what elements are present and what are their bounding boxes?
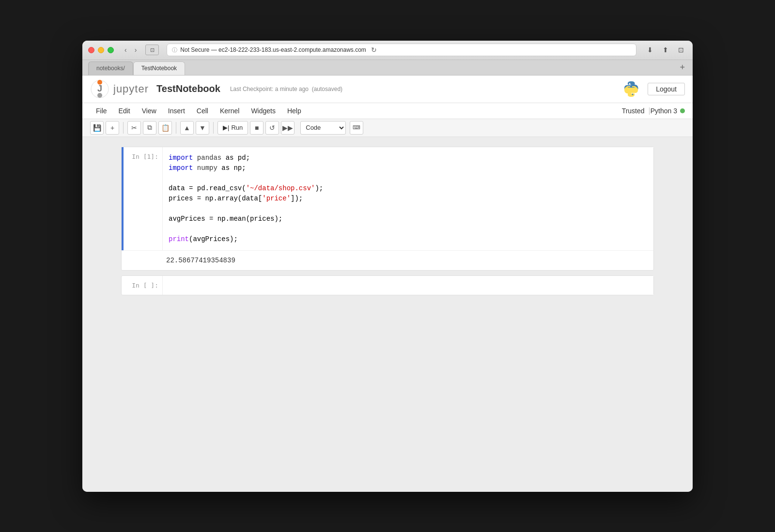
code-cell-1[interactable]: In [1]: import pandas as pd; import nump… <box>121 147 654 271</box>
title-bar: ‹ › ⊡ ⓘ Not Secure — ec2-18-222-233-183.… <box>82 41 693 60</box>
menu-view[interactable]: View <box>136 105 162 117</box>
cell-1-label: In [1]: <box>124 147 162 250</box>
run-label: Run <box>231 124 243 131</box>
separator-2 <box>176 122 176 134</box>
url-text: Not Secure — ec2-18-222-233-183.us-east-… <box>180 46 366 53</box>
restart-button[interactable]: ↺ <box>265 121 279 135</box>
jupyter-header-right: Logout <box>622 80 685 98</box>
trusted-badge[interactable]: Trusted <box>618 105 649 117</box>
paste-button[interactable]: 📋 <box>158 121 172 135</box>
maximize-button[interactable] <box>108 47 114 53</box>
toolbar: 💾 + ✂ ⧉ 📋 ▲ ▼ ▶| Run ■ ↺ ▶▶ Code Markdow… <box>82 119 693 137</box>
notebook-content: In [1]: import pandas as pd; import nump… <box>82 137 693 310</box>
security-icon: ⓘ <box>172 46 177 54</box>
menu-help[interactable]: Help <box>281 105 307 117</box>
kernel-status-dot <box>680 108 685 113</box>
cell-1-output-text: 22.58677419354839 <box>160 257 235 264</box>
refresh-button[interactable]: ↻ <box>371 46 377 54</box>
tab-overview-button[interactable]: ⊡ <box>145 45 159 55</box>
keyboard-button[interactable]: ⌨ <box>350 121 363 135</box>
notebook-title[interactable]: TestNotebook <box>156 83 220 94</box>
run-icon: ▶| <box>223 124 229 131</box>
cut-button[interactable]: ✂ <box>127 121 141 135</box>
separator-1 <box>123 122 124 134</box>
kernel-label: Python 3 <box>651 107 677 115</box>
url-bar[interactable]: ⓘ Not Secure — ec2-18-222-233-183.us-eas… <box>167 44 636 56</box>
separator-3 <box>213 122 214 134</box>
back-button[interactable]: ‹ <box>122 45 130 55</box>
cell-type-select[interactable]: Code Markdown Raw <box>300 121 346 135</box>
menu-insert[interactable]: Insert <box>162 105 191 117</box>
tab-bar: notebooks/ TestNotebook + <box>82 60 693 76</box>
mac-window: ‹ › ⊡ ⓘ Not Secure — ec2-18-222-233-183.… <box>82 41 693 492</box>
add-cell-button[interactable]: + <box>106 121 119 135</box>
tab-testnotebook-label: TestNotebook <box>141 65 177 72</box>
move-up-button[interactable]: ▲ <box>180 121 194 135</box>
jupyter-logo: J jupyter TestNotebook Last Checkpoint: … <box>90 79 342 99</box>
cell-1-output: 22.58677419354839 <box>122 250 653 270</box>
interrupt-button[interactable]: ■ <box>250 121 264 135</box>
menu-widgets[interactable]: Widgets <box>245 105 281 117</box>
download-icon[interactable]: ⬇ <box>644 44 656 56</box>
forward-button[interactable]: › <box>132 45 140 55</box>
python-logo-icon <box>622 80 640 98</box>
traffic-lights <box>88 47 114 53</box>
move-down-button[interactable]: ▼ <box>196 121 209 135</box>
menu-cell[interactable]: Cell <box>191 105 214 117</box>
empty-cell-inner: In [ ]: <box>122 276 653 295</box>
code-cell-2[interactable]: In [ ]: <box>121 275 654 295</box>
restart-run-button[interactable]: ▶▶ <box>281 121 294 135</box>
jupyter-header: J jupyter TestNotebook Last Checkpoint: … <box>82 76 693 103</box>
checkpoint-info: Last Checkpoint: a minute ago (autosaved… <box>230 86 342 92</box>
title-bar-right: ⬇ ⬆ ⊡ <box>644 44 687 56</box>
code-cell-inner: In [1]: import pandas as pd; import nump… <box>122 147 653 250</box>
menu-file[interactable]: File <box>90 105 113 117</box>
minimize-button[interactable] <box>98 47 104 53</box>
run-button[interactable]: ▶| Run <box>217 121 248 135</box>
svg-point-4 <box>629 83 631 84</box>
new-tab-button[interactable]: + <box>676 62 689 73</box>
save-button[interactable]: 💾 <box>90 121 104 135</box>
cell-2-input[interactable] <box>162 276 653 295</box>
menu-bar: File Edit View Insert Cell Kernel Widget… <box>82 103 693 119</box>
sidebar-icon[interactable]: ⊡ <box>675 44 687 56</box>
menu-kernel[interactable]: Kernel <box>214 105 245 117</box>
browser-tab-testnotebook[interactable]: TestNotebook <box>133 61 185 75</box>
nav-buttons: ‹ › ⊡ <box>122 45 159 55</box>
jupyter-logo-text: jupyter <box>113 83 149 95</box>
kernel-info: Python 3 <box>651 107 685 115</box>
menu-edit[interactable]: Edit <box>113 105 136 117</box>
tab-notebooks-label: notebooks/ <box>96 65 125 72</box>
svg-point-5 <box>632 93 634 95</box>
cell-1-code[interactable]: import pandas as pd; import numpy as np;… <box>162 147 653 250</box>
svg-point-2 <box>97 93 102 98</box>
browser-tab-notebooks[interactable]: notebooks/ <box>88 61 133 75</box>
cell-2-label: In [ ]: <box>124 276 162 295</box>
svg-text:J: J <box>97 84 102 93</box>
copy-button[interactable]: ⧉ <box>143 121 156 135</box>
logout-button[interactable]: Logout <box>648 83 685 95</box>
jupyter-container: J jupyter TestNotebook Last Checkpoint: … <box>82 76 693 492</box>
close-button[interactable] <box>88 47 94 53</box>
jupyter-logo-icon: J <box>90 79 109 99</box>
share-icon[interactable]: ⬆ <box>660 44 671 56</box>
